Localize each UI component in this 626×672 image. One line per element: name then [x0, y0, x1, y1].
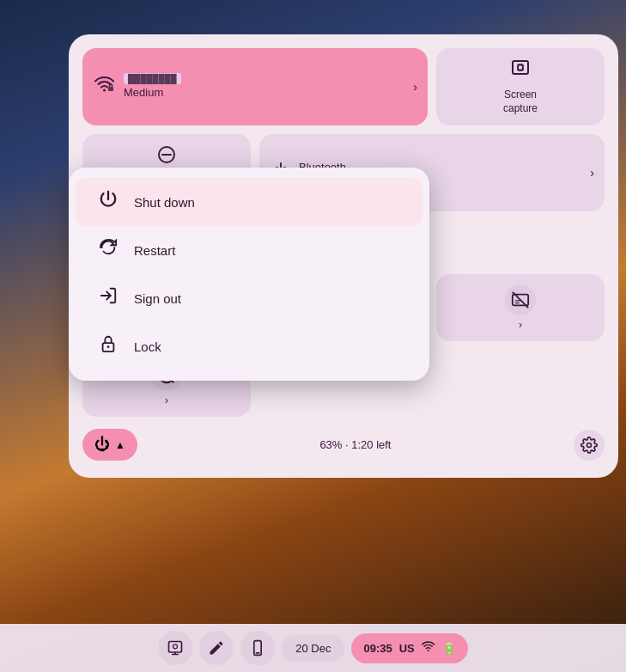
do-not-disturb-icon — [156, 144, 177, 169]
taskbar: 20 Dec 09:35 US 🔋 — [0, 624, 626, 672]
date-label: 20 Dec — [295, 642, 331, 655]
svg-point-0 — [103, 89, 106, 91]
wifi-status-icon — [422, 640, 435, 657]
svg-rect-1 — [108, 87, 113, 91]
shut-down-menu-item[interactable]: Shut down — [76, 178, 422, 226]
privacy-chevron-icon: › — [165, 394, 168, 406]
phone-taskbar-button[interactable] — [240, 631, 275, 665]
screen-capture-icon — [510, 58, 531, 83]
lock-menu-item[interactable]: Lock — [76, 322, 422, 370]
power-icon: ⏻ — [94, 436, 110, 454]
wifi-chevron-icon: › — [413, 80, 417, 94]
date-button[interactable]: 20 Dec — [282, 635, 344, 662]
shut-down-label: Shut down — [134, 195, 195, 210]
shut-down-icon — [96, 190, 120, 214]
svg-point-23 — [173, 645, 178, 649]
battery-taskbar-icon: 🔋 — [442, 642, 456, 655]
wifi-tile-label: Medium — [124, 86, 181, 101]
restart-label: Restart — [134, 243, 175, 258]
captions-chevron-icon: › — [519, 319, 522, 331]
screen-capture-tile[interactable]: Screencapture — [436, 48, 605, 125]
sign-out-label: Sign out — [134, 291, 181, 306]
restart-icon — [96, 238, 120, 262]
settings-button[interactable] — [574, 430, 605, 461]
lock-label: Lock — [134, 339, 161, 354]
wifi-tile[interactable]: ████████ Medium › — [82, 48, 428, 125]
lock-icon — [96, 334, 120, 358]
time-label: 09:35 — [363, 642, 392, 655]
svg-point-21 — [107, 345, 110, 348]
svg-rect-2 — [513, 61, 528, 74]
captions-off-icon — [505, 284, 536, 315]
restart-menu-item[interactable]: Restart — [76, 226, 422, 274]
power-chevron-icon: ▲ — [115, 439, 125, 451]
time-area[interactable]: 09:35 US 🔋 — [351, 633, 467, 663]
svg-rect-22 — [169, 642, 182, 653]
captions-tile[interactable]: › — [436, 274, 605, 341]
pen-taskbar-button[interactable] — [199, 631, 234, 665]
wifi-tile-content: ████████ Medium — [124, 73, 181, 101]
svg-point-18 — [586, 443, 591, 447]
battery-info: 63% · 1:20 left — [319, 438, 391, 451]
power-menu: Shut down Restart Sign out — [69, 168, 429, 381]
sign-out-icon — [96, 286, 120, 310]
power-button-group[interactable]: ⏻ ▲ — [82, 429, 137, 461]
screenshot-taskbar-button[interactable] — [158, 631, 192, 665]
screen-capture-label: Screencapture — [503, 89, 538, 115]
bluetooth-chevron-icon: › — [590, 166, 594, 180]
sign-out-menu-item[interactable]: Sign out — [76, 274, 422, 322]
wifi-network-name: ████████ — [124, 73, 181, 84]
wifi-lock-icon — [94, 75, 115, 100]
svg-point-26 — [427, 650, 428, 651]
svg-point-3 — [518, 65, 523, 70]
region-label: US — [399, 642, 415, 655]
qs-bottom-bar: ⏻ ▲ 63% · 1:20 left — [82, 425, 605, 464]
